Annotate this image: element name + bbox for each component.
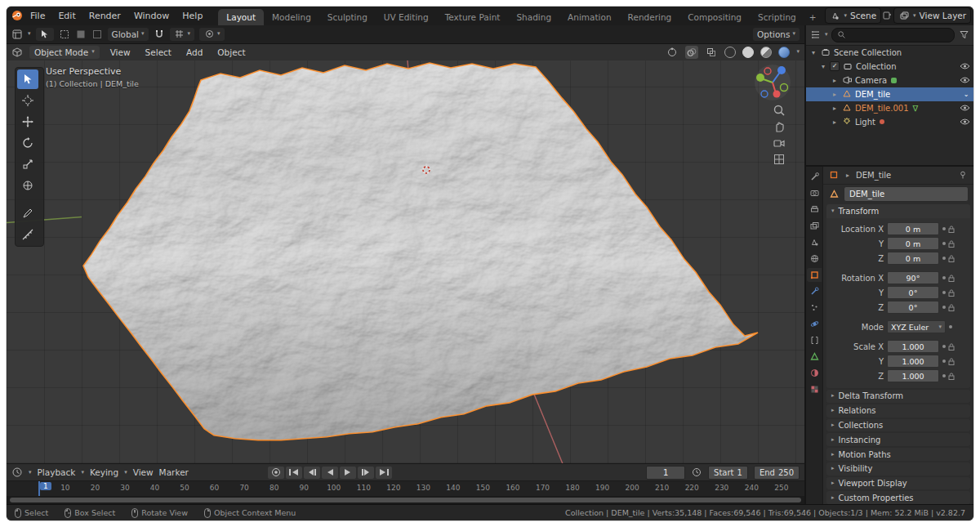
zoom-icon[interactable] [772,103,786,118]
animate-dot-icon[interactable] [942,345,946,348]
outliner-row-scene-collection[interactable]: ▾ Scene Collection [806,46,973,60]
tab-material-icon[interactable] [807,366,822,380]
tab-output-icon[interactable] [807,203,822,217]
animate-dot-icon[interactable] [942,276,946,279]
section-visibility[interactable]: ▸Visibility [826,462,970,476]
tab-compositing[interactable]: Compositing [679,9,750,25]
camera-view-icon[interactable] [772,136,786,150]
disclosure-icon[interactable]: ▸ [831,91,839,98]
disclosure-icon[interactable]: ▸ [831,105,839,112]
tab-rendering[interactable]: Rendering [620,9,680,25]
snap-target-dropdown[interactable]: ▾ [170,28,195,41]
menu-file[interactable]: File [24,9,51,23]
animate-dot-icon[interactable] [942,291,946,294]
timeline-scrollbar[interactable] [7,496,804,504]
tab-uv-editing[interactable]: UV Editing [376,9,437,25]
pan-hand-icon[interactable] [772,119,786,134]
timeline-editor-icon[interactable] [11,467,23,478]
section-viewport-display[interactable]: ▸Viewport Display [826,477,970,490]
rotation-x-field[interactable]: 90° [887,271,939,284]
select-mode-new-icon[interactable] [59,29,70,40]
pin-icon[interactable] [957,169,969,181]
animate-dot-icon[interactable] [942,257,946,260]
animate-dot-icon[interactable] [942,374,946,377]
section-delta-transform[interactable]: ▸Delta Transform [826,390,970,403]
tab-layout[interactable]: Layout [218,9,264,25]
disclosure-icon[interactable]: ▾ [819,63,827,70]
annotate-tool[interactable] [17,203,38,223]
filter-funnel-icon[interactable] [958,29,969,41]
tab-animation[interactable]: Animation [559,9,620,25]
lock-icon[interactable] [948,240,955,248]
shading-material-icon[interactable] [760,47,772,58]
tab-render-icon[interactable] [807,186,822,200]
scrollbar-thumb[interactable] [10,498,801,502]
select-box-tool[interactable] [17,69,38,89]
eye-icon[interactable] [959,116,970,127]
disclosure-icon[interactable]: ▸ [831,118,839,126]
menu-marker[interactable]: Marker [159,467,189,477]
outliner-editor-icon[interactable] [810,29,822,41]
xray-toggle-icon[interactable] [705,46,718,59]
collection-checkbox[interactable]: ✓ [830,61,840,71]
playhead[interactable]: 1 [38,481,40,496]
animate-dot-icon[interactable] [942,242,946,245]
rotation-z-field[interactable]: 0° [887,301,939,314]
menu-window[interactable]: Window [128,9,175,23]
measure-tool[interactable] [17,225,38,244]
animate-dot-icon[interactable] [942,227,946,230]
location-y-field[interactable]: 0 m [887,237,939,250]
tab-constraints-icon[interactable] [807,333,822,347]
select-mode-extend-icon[interactable] [75,29,87,40]
tab-object-icon[interactable] [807,268,822,282]
prev-keyframe-button[interactable] [304,467,320,479]
menu-object[interactable]: Object [213,47,249,58]
tab-physics-icon[interactable] [807,317,822,331]
tab-shading[interactable]: Shading [508,9,559,25]
remove-view-layer-button[interactable]: ✕ [973,11,973,20]
eye-icon[interactable] [959,74,970,86]
tab-modifiers-icon[interactable] [807,284,822,298]
navigation-gizmo[interactable] [754,64,791,101]
animate-dot-icon[interactable] [942,306,946,309]
shading-dropdown-icon[interactable]: ▾ [796,49,800,55]
breadcrumb-object-name[interactable]: DEM_tile [856,171,891,180]
tab-texture-icon[interactable] [807,382,822,396]
lock-icon[interactable] [948,304,955,311]
rotation-y-field[interactable]: 0° [887,286,939,299]
tab-sculpting[interactable]: Sculpting [319,9,376,25]
lock-icon[interactable] [948,358,955,365]
tab-tool-icon[interactable] [807,170,822,184]
section-motion-paths[interactable]: ▸Motion Paths [826,448,970,461]
tab-modeling[interactable]: Modeling [264,9,319,25]
shading-solid-icon[interactable] [742,47,754,58]
animate-dot-icon[interactable] [942,360,946,363]
location-x-field[interactable]: 0 m [887,222,939,235]
cursor-tool[interactable] [17,91,38,110]
section-relations[interactable]: ▸Relations [826,404,970,418]
blender-logo-icon[interactable] [11,10,23,21]
transform-orientation-dropdown[interactable]: Global ▾ [108,28,149,41]
play-reverse-button[interactable] [322,467,338,479]
menu-view[interactable]: View [106,47,135,58]
scene-selector[interactable]: ▾ Scene [825,7,882,24]
tab-texture-paint[interactable]: Texture Paint [437,9,509,25]
section-custom-properties[interactable]: ▸Custom Properties [826,491,970,504]
timeline-ruler[interactable]: 1 10203040506070809010011012013014015016… [7,480,804,496]
terrain-mesh[interactable] [7,60,804,464]
section-instancing[interactable]: ▸Instancing [826,433,970,446]
editor-type-icon[interactable] [11,29,23,40]
auto-keyframe-button[interactable] [268,467,284,479]
scale-z-field[interactable]: 1.000 [887,369,939,382]
frame-end-field[interactable]: End 250 [754,466,800,480]
transform-panel-header[interactable]: ▾ Transform [826,204,970,218]
disclosure-icon[interactable]: ▸ [831,77,839,84]
rotation-mode-dropdown[interactable]: XYZ Euler▾ [887,320,946,333]
menu-help[interactable]: Help [176,9,208,23]
outliner-row-dem-tile-001[interactable]: ▸ DEM_tile.001 ∇ [806,101,973,115]
menu-select[interactable]: Select [141,47,176,58]
tab-world-icon[interactable] [807,252,822,266]
menu-render[interactable]: Render [83,9,127,23]
section-collections[interactable]: ▸Collections [826,419,970,432]
shading-rendered-icon[interactable] [778,47,790,58]
